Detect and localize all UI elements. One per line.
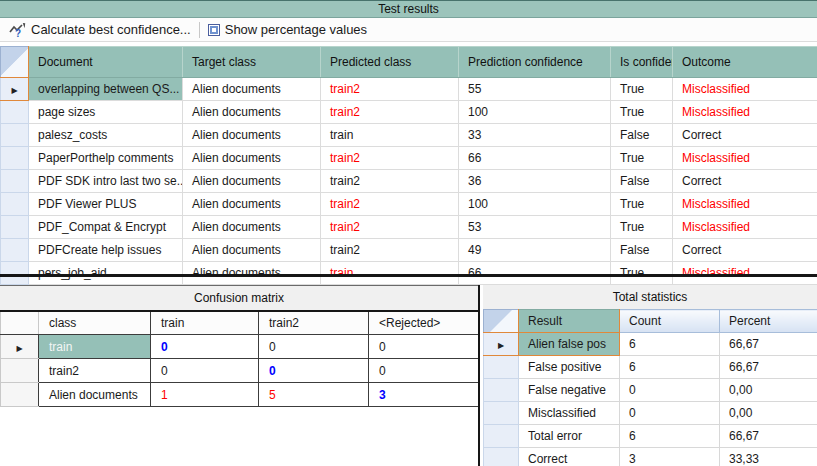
row-header[interactable]: [484, 356, 519, 379]
row-header[interactable]: [1, 170, 29, 193]
cell[interactable]: 6: [620, 356, 720, 379]
cell[interactable]: 0: [151, 335, 259, 359]
cell[interactable]: overlapping between QS...: [29, 78, 183, 101]
show-percentage-values-button[interactable]: Show percentage values: [203, 20, 372, 39]
cell[interactable]: train2: [39, 359, 151, 383]
cell[interactable]: 5: [259, 383, 369, 407]
cell[interactable]: Correct: [673, 239, 817, 262]
row-header[interactable]: [1, 359, 39, 383]
row-header[interactable]: ▶: [484, 333, 519, 356]
cell[interactable]: Alien documents: [183, 124, 321, 147]
cell[interactable]: 100: [459, 101, 611, 124]
column-header-target-class[interactable]: Target class: [183, 47, 321, 78]
cell[interactable]: train2: [321, 101, 459, 124]
cell[interactable]: True: [611, 216, 673, 239]
cell[interactable]: Alien documents: [183, 78, 321, 101]
cell[interactable]: 0: [369, 335, 479, 359]
cell[interactable]: page sizes: [29, 101, 183, 124]
row-header[interactable]: [484, 425, 519, 448]
cell[interactable]: 6: [620, 425, 720, 448]
cell[interactable]: 0: [259, 335, 369, 359]
cell[interactable]: True: [611, 262, 673, 285]
row-header[interactable]: [484, 448, 519, 466]
cell[interactable]: train2: [321, 147, 459, 170]
column-header-result[interactable]: Result: [519, 310, 620, 333]
cell[interactable]: pers_job_aid: [29, 262, 183, 285]
cell[interactable]: 0: [620, 379, 720, 402]
cell[interactable]: 66,67: [720, 425, 817, 448]
cell[interactable]: Correct: [673, 170, 817, 193]
cell[interactable]: False negative: [519, 379, 620, 402]
cell[interactable]: train2: [321, 216, 459, 239]
cell[interactable]: 0,00: [720, 402, 817, 425]
cell[interactable]: Alien documents: [183, 216, 321, 239]
cell[interactable]: 49: [459, 239, 611, 262]
cell[interactable]: 55: [459, 78, 611, 101]
cell[interactable]: Alien false pos: [519, 333, 620, 356]
cell[interactable]: True: [611, 147, 673, 170]
column-header-outcome[interactable]: Outcome: [673, 47, 817, 78]
cell[interactable]: Misclassified: [673, 78, 817, 101]
cell[interactable]: 33: [459, 124, 611, 147]
cell[interactable]: 66,67: [720, 356, 817, 379]
cell[interactable]: PaperPorthelp comments: [29, 147, 183, 170]
cell[interactable]: Alien documents: [183, 193, 321, 216]
row-header[interactable]: [1, 124, 29, 147]
cell[interactable]: Correct: [519, 448, 620, 466]
cell[interactable]: PDF SDK intro last two se...: [29, 170, 183, 193]
row-header[interactable]: [1, 147, 29, 170]
row-header[interactable]: ▶: [1, 78, 29, 101]
cell[interactable]: False: [611, 239, 673, 262]
cell[interactable]: train2: [321, 170, 459, 193]
cell[interactable]: 33,33: [720, 448, 817, 466]
row-header[interactable]: [1, 193, 29, 216]
cell[interactable]: Total error: [519, 425, 620, 448]
cell[interactable]: palesz_costs: [29, 124, 183, 147]
cell[interactable]: 3: [620, 448, 720, 466]
row-header[interactable]: [1, 216, 29, 239]
cell[interactable]: PDF_Compat & Encrypt: [29, 216, 183, 239]
cell[interactable]: Misclassified: [673, 193, 817, 216]
column-header-prediction-confidence[interactable]: Prediction confidence: [459, 47, 611, 78]
cell[interactable]: False: [611, 124, 673, 147]
cell[interactable]: train2: [321, 193, 459, 216]
cell[interactable]: Alien documents: [183, 262, 321, 285]
calculate-best-confidence-button[interactable]: ? Calculate best confidence...: [4, 20, 196, 40]
cell[interactable]: PDF Viewer PLUS: [29, 193, 183, 216]
column-header-count[interactable]: Count: [620, 310, 720, 333]
cell[interactable]: 1: [151, 383, 259, 407]
row-header[interactable]: [484, 402, 519, 425]
cell[interactable]: Alien documents: [183, 101, 321, 124]
cell[interactable]: Misclassified: [673, 216, 817, 239]
select-all-corner[interactable]: [484, 310, 519, 333]
cell[interactable]: Alien documents: [183, 239, 321, 262]
select-all-corner[interactable]: [1, 311, 39, 335]
select-all-corner[interactable]: [1, 47, 29, 78]
column-header-percent[interactable]: Percent: [720, 310, 817, 333]
cell[interactable]: train: [39, 335, 151, 359]
cell[interactable]: 3: [369, 383, 479, 407]
column-header-is-confident[interactable]: Is confident?: [611, 47, 673, 78]
cell[interactable]: Misclassified: [673, 101, 817, 124]
cell[interactable]: 0,00: [720, 379, 817, 402]
cell[interactable]: True: [611, 101, 673, 124]
column-header-rejected[interactable]: <Rejected>: [369, 311, 479, 335]
column-header-predicted-class[interactable]: Predicted class: [321, 47, 459, 78]
cell[interactable]: 53: [459, 216, 611, 239]
cell[interactable]: 6: [620, 333, 720, 356]
column-header-train[interactable]: train: [151, 311, 259, 335]
cell[interactable]: Alien documents: [183, 170, 321, 193]
row-header[interactable]: [484, 379, 519, 402]
column-header-train2[interactable]: train2: [259, 311, 369, 335]
cell[interactable]: Misclassified: [519, 402, 620, 425]
cell[interactable]: Misclassified: [673, 262, 817, 285]
cell[interactable]: Misclassified: [673, 147, 817, 170]
cell[interactable]: 66: [459, 147, 611, 170]
cell[interactable]: False: [611, 170, 673, 193]
cell[interactable]: 100: [459, 193, 611, 216]
row-header[interactable]: [1, 383, 39, 407]
cell[interactable]: True: [611, 78, 673, 101]
cell[interactable]: 0: [620, 402, 720, 425]
cell[interactable]: 0: [369, 359, 479, 383]
row-header[interactable]: [1, 239, 29, 262]
